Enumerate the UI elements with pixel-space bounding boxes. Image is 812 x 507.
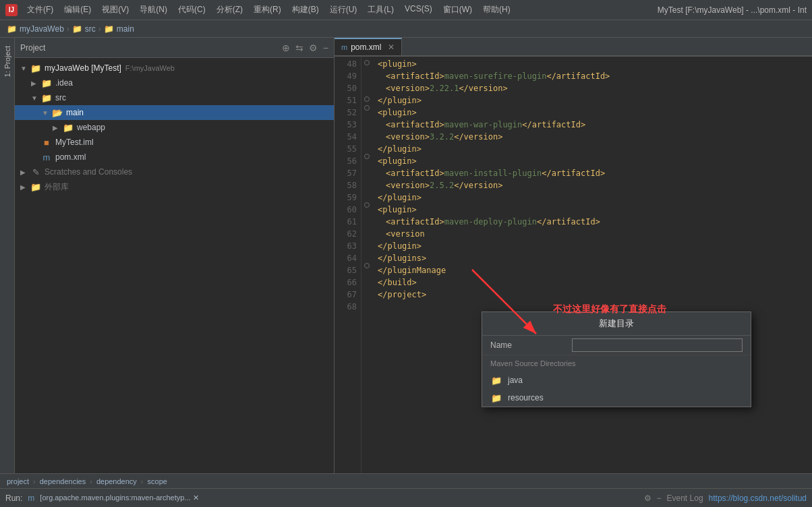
- menu-help[interactable]: 帮助(H): [477, 3, 516, 17]
- breadcrumb-bottom-scope[interactable]: scope: [148, 477, 167, 485]
- popup-item-java[interactable]: 📁 java: [482, 371, 751, 389]
- resources-folder-icon: 📁: [490, 392, 502, 403]
- main-layout: 1: Project Project ⊕ ⇆ ⚙ − ▼ 📁 myJavaWeb…: [0, 38, 812, 473]
- breadcrumb-root: 📁 myJavaWeb: [7, 24, 64, 34]
- folder-icon: 📁: [40, 78, 53, 88]
- code-line-52: <plugin>: [378, 107, 807, 119]
- project-panel: Project ⊕ ⇆ ⚙ − ▼ 📁 myJavaWeb [MyTest] F…: [15, 38, 335, 473]
- tree-label-webapp: webapp: [77, 123, 105, 132]
- code-content[interactable]: <plugin> <artifactId>maven-surefire-plug…: [372, 57, 812, 473]
- popup-item-resources-label: resources: [508, 393, 544, 402]
- settings-run-icon[interactable]: ⚙: [644, 494, 651, 503]
- collapse-all-icon[interactable]: ⇆: [295, 42, 303, 53]
- scratches-icon: ✎: [30, 167, 42, 177]
- iml-file-icon: ■: [40, 137, 53, 148]
- run-text[interactable]: [org.apache.maven.plugins:maven-archetyp…: [40, 494, 198, 502]
- xml-icon: m: [341, 43, 347, 51]
- minus-run-icon[interactable]: −: [657, 494, 662, 503]
- run-icon: m: [28, 494, 34, 503]
- folder-icon: 📁: [62, 122, 74, 133]
- tree-item-scratches[interactable]: ▶ ✎ Scratches and Consoles: [15, 165, 334, 179]
- code-editor[interactable]: 48495051 52535455 56575859 60616263 6465…: [335, 57, 812, 473]
- breadcrumb-bottom-dependency[interactable]: dependency: [96, 477, 137, 485]
- code-line-54: <version>3.2.2</version>: [378, 131, 807, 143]
- tree-label-root: myJavaWeb [MyTest]: [45, 63, 121, 73]
- code-line-50: <version>2.22.1</version>: [378, 82, 807, 94]
- side-tab-label[interactable]: 1: Project: [2, 40, 13, 82]
- menu-vcs[interactable]: VCS(S): [399, 3, 438, 17]
- app-logo: IJ: [5, 4, 18, 16]
- tree-item-external[interactable]: ▶ 📁 外部库: [15, 179, 334, 194]
- add-content-root-icon[interactable]: ⊕: [282, 42, 290, 53]
- menu-window[interactable]: 窗口(W): [438, 3, 477, 17]
- close-panel-icon[interactable]: −: [323, 42, 328, 53]
- breadcrumb-bottom-project[interactable]: project: [7, 477, 29, 485]
- expand-arrow: ▼: [20, 65, 30, 72]
- menu-code[interactable]: 代码(C): [173, 3, 211, 17]
- popup-name-input[interactable]: [572, 338, 743, 352]
- breadcrumb-bottom-dependencies[interactable]: dependencies: [40, 477, 86, 485]
- code-line-66: </build>: [378, 276, 807, 289]
- menu-navigate[interactable]: 导航(N): [134, 3, 173, 17]
- popup-menu: 新建目录 Name Maven Source Directories 📁 jav…: [482, 311, 751, 407]
- run-label: Run:: [5, 494, 22, 503]
- gutter: [361, 57, 372, 473]
- code-line-61: <artifactId>maven-deploy-plugin</artifac…: [378, 216, 807, 228]
- event-log-label[interactable]: Event Log: [667, 494, 703, 503]
- tree-item-src[interactable]: ▼ 📁 src: [15, 90, 334, 105]
- menu-refactor[interactable]: 重构(R): [248, 3, 287, 17]
- popup-name-label: Name: [490, 340, 572, 350]
- tree-label-pom: pom.xml: [55, 152, 86, 162]
- code-line-49: <artifactId>maven-surefire-plugin</artif…: [378, 70, 807, 82]
- tab-close-icon[interactable]: ✕: [388, 42, 395, 52]
- code-line-48: <plugin>: [378, 58, 807, 70]
- menu-edit[interactable]: 编辑(E): [59, 3, 96, 17]
- breadcrumb: 📁 myJavaWeb › 📁 src › 📁 main: [0, 20, 812, 38]
- menu-run[interactable]: 运行(U): [324, 3, 363, 17]
- code-line-55: </plugin>: [378, 143, 807, 155]
- tree-item-main[interactable]: ▼ 📂 main: [15, 105, 334, 120]
- code-line-65: </pluginManage: [378, 264, 807, 276]
- tree-label-idea: .idea: [55, 78, 73, 88]
- tree-label-mytest: MyTest.iml: [55, 138, 94, 147]
- run-bar: Run: m [org.apache.maven.plugins:maven-a…: [0, 488, 812, 507]
- tree-item-pom-xml[interactable]: m pom.xml: [15, 150, 334, 165]
- code-line-64: </plugins>: [378, 252, 807, 264]
- bottom-breadcrumb-bar: project › dependencies › dependency › sc…: [0, 473, 812, 488]
- code-line-59: </plugin>: [378, 191, 807, 204]
- project-panel-header: Project ⊕ ⇆ ⚙ −: [15, 38, 334, 58]
- run-bar-right: ⚙ − Event Log https://blog.csdn.net/soli…: [644, 494, 807, 503]
- folder-icon: 📁: [30, 63, 42, 73]
- code-line-60: <plugin>: [378, 204, 807, 216]
- project-panel-toolbar[interactable]: ⊕ ⇆ ⚙ −: [282, 42, 328, 53]
- code-line-57: <artifactId>maven-install-plugin</artifa…: [378, 167, 807, 179]
- tree-item-root[interactable]: ▼ 📁 myJavaWeb [MyTest] F:\myJavaWeb: [15, 61, 334, 76]
- root-path: F:\myJavaWeb: [125, 64, 175, 72]
- menu-tools[interactable]: 工具(L): [362, 3, 399, 17]
- folder-open-icon: 📂: [51, 107, 63, 118]
- menu-file[interactable]: 文件(F): [22, 3, 59, 17]
- popup-item-resources[interactable]: 📁 resources: [482, 389, 751, 407]
- menu-bar[interactable]: 文件(F) 编辑(E) 视图(V) 导航(N) 代码(C) 分析(Z) 重构(R…: [22, 3, 516, 17]
- popup-item-java-label: java: [508, 376, 523, 385]
- code-line-63: </plugin>: [378, 240, 807, 252]
- project-tree: ▼ 📁 myJavaWeb [MyTest] F:\myJavaWeb ▶ 📁 …: [15, 58, 334, 473]
- tree-item-mytest-iml[interactable]: ■ MyTest.iml: [15, 135, 334, 150]
- menu-analyze[interactable]: 分析(Z): [211, 3, 248, 17]
- menu-build[interactable]: 构建(B): [287, 3, 324, 17]
- code-line-62: <version: [378, 228, 807, 240]
- project-panel-title: Project: [20, 43, 278, 53]
- java-folder-icon: 📁: [490, 375, 502, 386]
- code-line-67: </project>: [378, 289, 807, 301]
- tree-item-webapp[interactable]: ▶ 📁 webapp: [15, 120, 334, 135]
- xml-file-icon: m: [40, 152, 53, 162]
- side-tab-project[interactable]: 1: Project: [0, 38, 15, 473]
- popup-section-title: Maven Source Directories: [482, 355, 751, 371]
- line-numbers: 48495051 52535455 56575859 60616263 6465…: [335, 57, 361, 473]
- tree-label-external: 外部库: [45, 181, 69, 193]
- tree-label-scratches: Scratches and Consoles: [45, 167, 132, 177]
- tree-item-idea[interactable]: ▶ 📁 .idea: [15, 76, 334, 90]
- menu-view[interactable]: 视图(V): [96, 3, 134, 17]
- settings-icon[interactable]: ⚙: [309, 42, 318, 53]
- tab-pom-xml[interactable]: m pom.xml ✕: [335, 38, 402, 55]
